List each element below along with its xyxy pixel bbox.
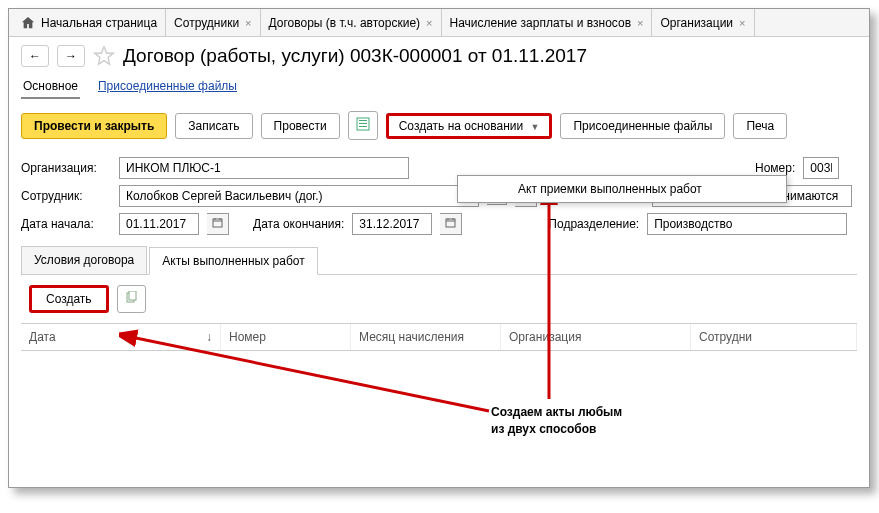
create-based-button[interactable]: Создать на основании ▼ <box>386 113 553 139</box>
toolbar: Провести и закрыть Записать Провести Соз… <box>9 111 869 140</box>
emp-label: Сотрудник: <box>21 189 111 203</box>
start-date-input[interactable] <box>119 213 199 235</box>
annotation-text: Создаем акты любым из двух способов <box>491 404 622 438</box>
close-icon[interactable]: × <box>426 17 432 29</box>
copy-icon <box>125 291 138 304</box>
menu-item-act[interactable]: Акт приемки выполненных работ <box>458 176 786 202</box>
svg-rect-1 <box>359 120 367 121</box>
subtab-files[interactable]: Присоединенные файлы <box>96 75 239 99</box>
subtab-main[interactable]: Основное <box>21 75 80 99</box>
tab-orgs[interactable]: Организации × <box>652 9 754 36</box>
report-icon <box>356 117 370 131</box>
attached-files-button[interactable]: Присоединенные файлы <box>560 113 725 139</box>
tab-contracts[interactable]: Договоры (в т.ч. авторские) × <box>261 9 442 36</box>
create-button[interactable]: Создать <box>29 285 109 313</box>
emp-input[interactable] <box>119 185 479 207</box>
tab-payroll[interactable]: Начисление зарплаты и взносов × <box>442 9 653 36</box>
forward-button[interactable]: → <box>57 45 85 67</box>
sort-arrow-icon: ↓ <box>206 330 212 344</box>
end-date-picker[interactable] <box>440 213 462 235</box>
post-close-button[interactable]: Провести и закрыть <box>21 113 167 139</box>
end-date-input[interactable] <box>352 213 432 235</box>
close-icon[interactable]: × <box>637 17 643 29</box>
th-employee[interactable]: Сотрудни <box>691 324 857 350</box>
close-icon[interactable]: × <box>739 17 745 29</box>
post-button[interactable]: Провести <box>261 113 340 139</box>
th-org[interactable]: Организация <box>501 324 691 350</box>
report-button[interactable] <box>348 111 378 140</box>
dept-input[interactable] <box>647 213 847 235</box>
tab-acts[interactable]: Акты выполненных работ <box>149 247 317 275</box>
start-label: Дата начала: <box>21 217 111 231</box>
end-label: Дата окончания: <box>253 217 344 231</box>
org-input[interactable] <box>119 157 409 179</box>
annotation-line2: из двух способов <box>491 421 622 438</box>
svg-rect-6 <box>446 219 455 227</box>
tab-label: Начисление зарплаты и взносов <box>450 16 632 30</box>
inner-toolbar: Создать <box>9 275 869 323</box>
calendar-icon <box>212 217 223 228</box>
th-number[interactable]: Номер <box>221 324 351 350</box>
num-input[interactable] <box>803 157 839 179</box>
tab-bar: Начальная страница Сотрудники × Договоры… <box>9 9 869 37</box>
tab-label: Сотрудники <box>174 16 239 30</box>
org-label: Организация: <box>21 161 111 175</box>
print-button[interactable]: Печа <box>733 113 787 139</box>
subtabs: Основное Присоединенные файлы <box>9 75 869 99</box>
calendar-icon <box>445 217 456 228</box>
star-icon[interactable] <box>93 45 115 67</box>
title-row: ← → Договор (работы, услуги) 003К-000001… <box>9 37 869 75</box>
row-dates: Дата начала: Дата окончания: Подразделен… <box>9 210 869 238</box>
back-button[interactable]: ← <box>21 45 49 67</box>
page-title: Договор (работы, услуги) 003К-000001 от … <box>123 45 587 67</box>
dept-label: Подразделение: <box>548 217 639 231</box>
svg-rect-5 <box>213 219 222 227</box>
svg-rect-8 <box>129 291 136 300</box>
tab-conditions[interactable]: Условия договора <box>21 246 147 274</box>
th-date[interactable]: Дата ↓ <box>21 324 221 350</box>
create-based-label: Создать на основании <box>399 119 524 133</box>
copy-button[interactable] <box>117 285 146 313</box>
tab-home-label: Начальная страница <box>41 16 157 30</box>
tab-home[interactable]: Начальная страница <box>13 9 166 36</box>
start-date-picker[interactable] <box>207 213 229 235</box>
create-based-menu: Акт приемки выполненных работ <box>457 175 787 203</box>
svg-rect-3 <box>359 126 367 127</box>
tab-label: Договоры (в т.ч. авторские) <box>269 16 421 30</box>
tab-label: Организации <box>660 16 733 30</box>
th-date-label: Дата <box>29 330 56 344</box>
close-icon[interactable]: × <box>245 17 251 29</box>
inner-tabs: Условия договора Акты выполненных работ <box>21 246 857 275</box>
chevron-down-icon: ▼ <box>531 122 540 132</box>
table-header: Дата ↓ Номер Месяц начисления Организаци… <box>21 323 857 351</box>
save-button[interactable]: Записать <box>175 113 252 139</box>
num-label: Номер: <box>755 161 795 175</box>
svg-rect-2 <box>359 123 367 124</box>
tab-employees[interactable]: Сотрудники × <box>166 9 260 36</box>
home-icon <box>21 16 35 30</box>
th-month[interactable]: Месяц начисления <box>351 324 501 350</box>
annotation-line1: Создаем акты любым <box>491 404 622 421</box>
